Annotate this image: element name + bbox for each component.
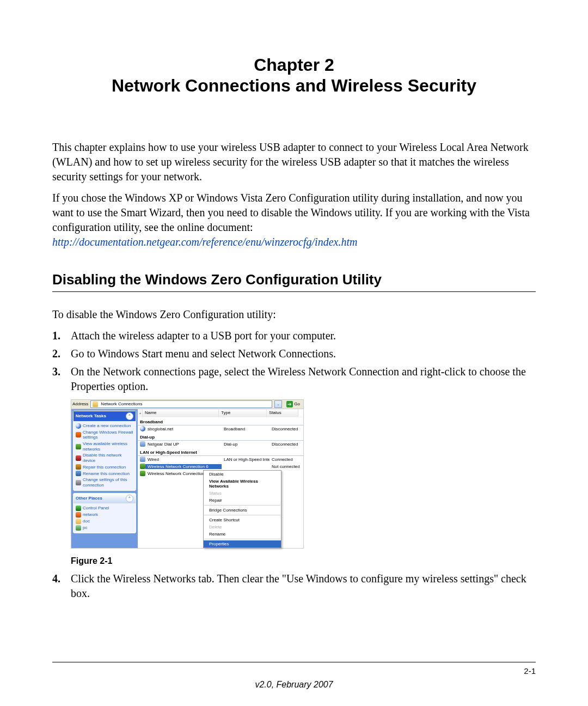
sidebar-item-label: Rename this connection: [83, 471, 130, 477]
ctx-separator: [204, 539, 280, 539]
footer-rule: [52, 662, 536, 662]
doc-link[interactable]: http://documentation.netgear.com/referen…: [52, 236, 357, 248]
sidebar-item-label: Change settings of this connection: [83, 477, 133, 488]
address-dropdown[interactable]: ⌄: [274, 400, 282, 408]
sidebar-item-label: Repair this connection: [83, 465, 126, 470]
step-text: On the Network connections page, select …: [71, 366, 526, 392]
steps-list-cont: 4.Click the Wireless Networks tab. Then …: [52, 571, 536, 601]
table-row[interactable]: Wired LAN or High-Speed Inter... Connect…: [138, 456, 303, 463]
sort-indicator-icon[interactable]: ▴: [138, 409, 143, 417]
step-num: 4.: [52, 571, 60, 586]
document-page: Chapter 2 Network Connections and Wirele…: [0, 0, 588, 706]
ctx-disable[interactable]: Disable: [204, 471, 281, 478]
group-lan: LAN or High-Speed Internet: [138, 448, 303, 456]
ctx-properties[interactable]: Properties: [204, 540, 281, 547]
sidebar-item-label: doc: [83, 519, 90, 524]
ctx-repair[interactable]: Repair: [204, 497, 281, 504]
col-type[interactable]: Type: [219, 409, 267, 417]
go-button[interactable]: ➔ Go: [284, 400, 302, 408]
paragraph-2-text: If you chose the Windows XP or Windows V…: [52, 192, 530, 233]
step-2: 2.Go to Windows Start menu and select Ne…: [52, 346, 536, 361]
network-icon: [76, 512, 81, 518]
globe-icon: [76, 423, 81, 429]
connection-icon: [140, 441, 145, 447]
page-number: 2-1: [524, 666, 536, 675]
step-num: 2.: [52, 346, 60, 361]
network-tasks-header[interactable]: Network Tasks ⌃: [74, 411, 136, 421]
connection-icon: [140, 471, 145, 476]
ctx-delete: Delete: [204, 524, 281, 531]
other-places-header[interactable]: Other Places ⌃: [74, 494, 136, 503]
connection-icon: [140, 464, 145, 469]
ctx-shortcut[interactable]: Create Shortcut: [204, 516, 281, 524]
ctx-separator: [204, 505, 280, 506]
go-arrow-icon: ➔: [286, 401, 293, 407]
table-row-selected[interactable]: Wireless Network Connection 6 Not connec…: [138, 463, 303, 470]
network-tasks-list: Create a new connection Change Windows F…: [74, 421, 136, 490]
cell-name: Wireless Network Connection 6: [148, 464, 209, 469]
address-field[interactable]: Network Connections: [90, 400, 272, 408]
gear-icon: [76, 480, 81, 485]
network-tasks-panel: Network Tasks ⌃ Create a new connection …: [73, 411, 136, 491]
connection-icon: [140, 457, 145, 462]
cell-name: Wired: [148, 457, 159, 462]
cell-type: Broadband: [222, 427, 270, 431]
cell-status: Disconnected: [270, 427, 301, 431]
table-row[interactable]: sbcglobal.net Broadband Disconnected: [138, 425, 303, 433]
xp-network-connections-screenshot: Address Network Connections ⌄ ➔ Go Netwo…: [71, 399, 304, 549]
connection-icon: [140, 426, 145, 431]
chapter-title: Network Connections and Wireless Securit…: [52, 75, 536, 96]
section-heading: Disabling the Windows Zero Configuration…: [52, 271, 536, 292]
address-bar: Address Network Connections ⌄ ➔ Go: [71, 400, 303, 409]
sidebar-item-disable-device[interactable]: Disable this network device: [75, 452, 134, 464]
step-4: 4.Click the Wireless Networks tab. Then …: [52, 571, 536, 601]
sidebar-item-doc[interactable]: doc: [75, 518, 134, 525]
computer-icon: [76, 525, 81, 531]
col-name[interactable]: Name: [143, 409, 219, 417]
figure-caption: Figure 2-1: [71, 556, 536, 566]
sidebar-item-repair[interactable]: Repair this connection: [75, 464, 134, 470]
ctx-separator: [204, 515, 280, 515]
sidebar-item-view-wireless[interactable]: View available wireless networks: [75, 441, 134, 452]
sidebar-item-label: network: [83, 512, 98, 518]
sidebar-item-change-settings[interactable]: Change settings of this connection: [75, 477, 134, 488]
ctx-bridge[interactable]: Bridge Connections: [204, 507, 281, 514]
paragraph-1: This chapter explains how to use your wi…: [52, 140, 536, 184]
sidebar-item-label: Change Windows Firewall settings: [83, 430, 133, 440]
sidebar-item-label: Create a new connection: [83, 423, 131, 429]
list-header-row: ▴ Name Type Status: [138, 409, 303, 417]
table-row[interactable]: Netgear Dial UP Dial-up Disconnected: [138, 441, 303, 448]
sidebar-item-create-connection[interactable]: Create a new connection: [75, 423, 134, 429]
sidebar-item-pc[interactable]: pc: [75, 525, 134, 531]
folder-icon: [76, 519, 81, 524]
figure-container: Address Network Connections ⌄ ➔ Go Netwo…: [52, 399, 536, 566]
cell-name: sbcglobal.net: [148, 427, 173, 431]
sidebar: Network Tasks ⌃ Create a new connection …: [71, 409, 138, 548]
cell-status: Connected: [270, 457, 301, 462]
rename-icon: [76, 471, 81, 476]
sidebar-item-label: Disable this network device: [83, 453, 133, 463]
step-text: Attach the wireless adapter to a USB por…: [71, 330, 336, 342]
folder-icon: [93, 401, 98, 407]
ctx-status: Status: [204, 490, 281, 497]
sidebar-item-network[interactable]: network: [75, 512, 134, 518]
step-1: 1.Attach the wireless adapter to a USB p…: [52, 328, 536, 343]
window-body: Network Tasks ⌃ Create a new connection …: [71, 409, 303, 548]
sidebar-item-rename[interactable]: Rename this connection: [75, 470, 134, 477]
sidebar-item-control-panel[interactable]: Control Panel: [75, 505, 134, 512]
shield-icon: [76, 432, 81, 437]
group-dialup: Dial-up: [138, 433, 303, 441]
cell-type: LAN or High-Speed Inter...: [222, 457, 270, 462]
cell-name: Wireless Network Connection: [148, 471, 205, 476]
control-panel-icon: [76, 506, 81, 511]
other-places-panel: Other Places ⌃ Control Panel network doc…: [73, 493, 136, 533]
col-status[interactable]: Status: [267, 409, 298, 417]
ctx-view-wireless[interactable]: View Available Wireless Networks: [204, 478, 281, 490]
chapter-heading: Chapter 2 Network Connections and Wirele…: [52, 54, 536, 96]
version-footer: v2.0, February 2007: [0, 680, 588, 690]
step-text: Go to Windows Start menu and select Netw…: [71, 348, 336, 360]
sidebar-item-firewall[interactable]: Change Windows Firewall settings: [75, 429, 134, 441]
sidebar-item-label: View available wireless networks: [83, 441, 133, 452]
ctx-rename[interactable]: Rename: [204, 531, 281, 538]
step-3: 3.On the Network connections page, selec…: [52, 364, 536, 394]
